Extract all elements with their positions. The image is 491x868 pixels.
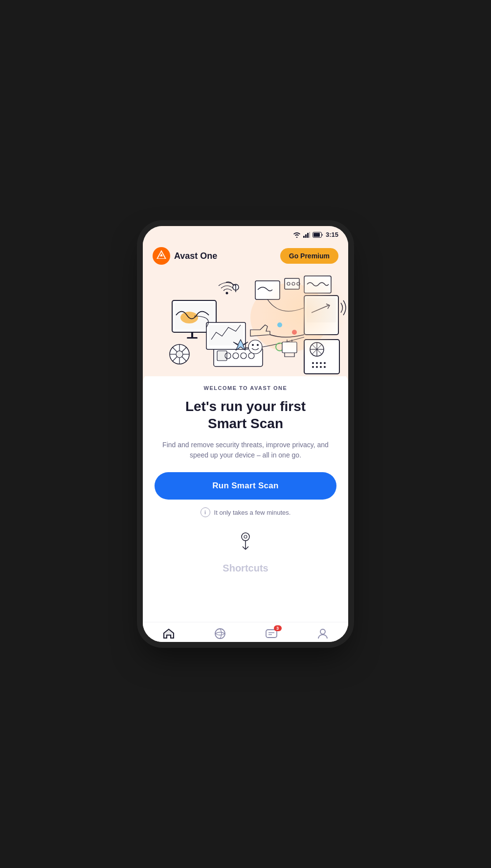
avast-logo-icon [153,247,170,265]
welcome-label: WELCOME TO AVAST ONE [155,385,336,391]
svg-point-62 [242,533,249,541]
svg-point-64 [215,629,225,639]
svg-rect-1 [305,234,307,238]
svg-point-50 [312,366,314,368]
info-row: i It only takes a few minutes. [155,507,336,517]
info-text: It only takes a few minutes. [214,509,291,516]
nav-item-profile[interactable]: Profile [308,627,337,642]
svg-rect-3 [309,232,310,238]
svg-rect-12 [187,337,198,339]
svg-rect-65 [266,630,277,638]
bottom-nav: Home Explore [143,622,348,642]
app-header: Avast One Go Premium [143,241,348,269]
svg-point-66 [320,629,325,634]
status-time: 3:15 [326,231,338,238]
main-content: WELCOME TO AVAST ONE Let's run your firs… [143,371,348,622]
svg-point-57 [248,340,262,354]
shortcuts-preview: Shortcuts [155,527,336,576]
signal-icon [303,232,310,238]
svg-point-61 [226,292,228,295]
run-smart-scan-button[interactable]: Run Smart Scan [155,472,336,500]
svg-point-23 [176,351,183,358]
app-content: Avast One Go Premium [143,241,348,642]
nav-item-messages[interactable]: 3 Messages [257,627,286,642]
profile-icon-wrap [316,627,329,642]
phone-frame: 3:15 Avast One Go Premium [143,226,348,642]
info-icon: i [201,507,210,517]
svg-point-53 [324,366,326,368]
profile-icon [316,627,329,640]
svg-point-63 [244,535,247,538]
svg-rect-5 [313,233,320,237]
sub-description: Find and remove security threats, improv… [155,440,336,460]
status-bar: 3:15 [143,226,348,241]
battery-icon [312,232,323,238]
main-headline: Let's run your first Smart Scan [155,398,336,432]
shortcuts-label: Shortcuts [223,563,268,574]
home-icon-wrap [162,627,175,642]
explore-icon-wrap [214,627,226,642]
explore-icon [214,627,226,640]
shortcuts-icon [236,531,255,560]
status-icons: 3:15 [293,231,338,238]
go-premium-button[interactable]: Go Premium [280,248,338,264]
nav-item-explore[interactable]: Explore [205,627,235,642]
hero-illustration [143,269,348,376]
svg-point-49 [324,362,326,364]
svg-point-52 [320,366,322,368]
svg-point-51 [316,366,318,368]
svg-rect-2 [307,233,309,238]
home-icon [162,627,175,640]
svg-point-58 [252,344,254,346]
headline-line1: Let's run your first [185,399,306,414]
svg-rect-0 [303,236,305,238]
svg-point-47 [316,362,318,364]
svg-point-46 [312,362,314,364]
logo-text: Avast One [174,251,217,261]
hero-blob [260,269,348,357]
svg-point-59 [257,344,259,346]
svg-point-48 [320,362,322,364]
headline-line2: Smart Scan [208,415,283,432]
messages-badge: 3 [274,625,282,631]
messages-icon-wrap: 3 [265,627,278,642]
nav-item-home[interactable]: Home [154,627,183,642]
svg-rect-33 [217,351,227,361]
wifi-icon [293,232,301,238]
logo-area: Avast One [153,247,217,265]
